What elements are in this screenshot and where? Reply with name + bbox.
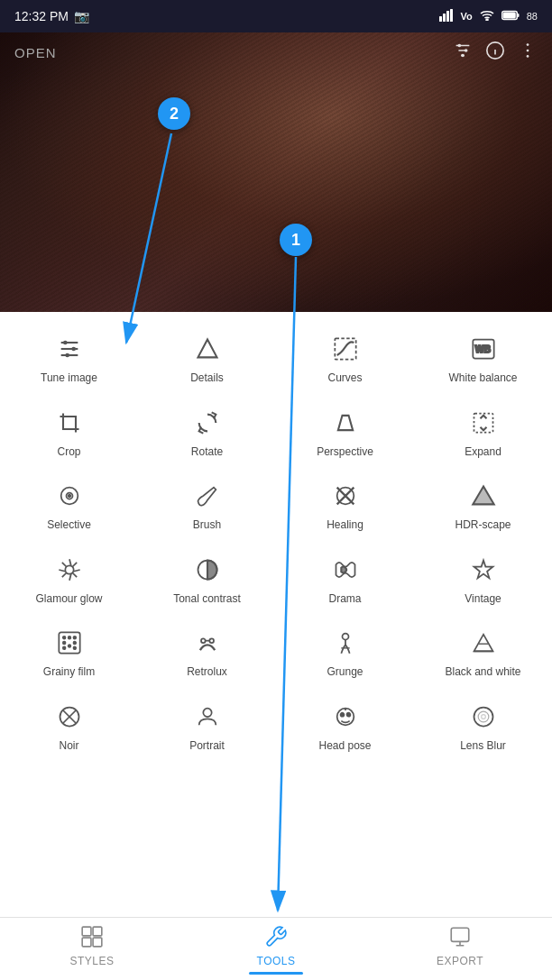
tool-black-and-white[interactable]: Black and white — [414, 615, 552, 689]
grainy-film-label: Grainy film — [43, 665, 95, 680]
status-bar-left: 12:32 PM 📷 — [14, 9, 89, 23]
tool-grainy-film[interactable]: Grainy film — [0, 615, 138, 689]
svg-text:WB: WB — [474, 343, 491, 354]
nav-styles[interactable]: STYLES — [0, 924, 184, 975]
svg-marker-40 — [474, 560, 492, 578]
tool-curves[interactable]: Curves — [276, 321, 414, 395]
photo-area: OPEN — [0, 32, 552, 312]
svg-point-35 — [68, 495, 69, 497]
tonal-contrast-label: Tonal contrast — [173, 592, 241, 607]
svg-point-15 — [527, 49, 529, 51]
tools-nav-underline — [249, 972, 303, 975]
tool-vintage[interactable]: Vintage — [414, 542, 552, 616]
details-icon — [192, 334, 223, 364]
noir-icon — [54, 701, 85, 732]
svg-point-47 — [73, 642, 75, 644]
drama-label: Drama — [328, 592, 361, 607]
svg-rect-68 — [82, 927, 91, 936]
retrolux-label: Retrolux — [187, 665, 227, 680]
export-nav-label: EXPORT — [437, 955, 483, 967]
tool-grunge[interactable]: Grunge — [276, 615, 414, 689]
info-icon[interactable] — [485, 41, 505, 65]
noir-label: Noir — [59, 739, 78, 754]
svg-point-8 — [458, 43, 462, 47]
svg-point-67 — [481, 715, 485, 719]
svg-point-38 — [65, 565, 73, 573]
battery-percent: 88 — [527, 11, 538, 22]
tool-healing[interactable]: Healing — [276, 468, 414, 542]
svg-point-42 — [63, 637, 65, 638]
glamour-icon — [54, 554, 85, 585]
expand-label: Expand — [465, 445, 501, 460]
filter-icon[interactable] — [453, 41, 473, 65]
status-bar: 12:32 PM 📷 Vo 88 — [0, 0, 552, 32]
tool-retrolux[interactable]: Retrolux — [138, 615, 276, 689]
battery-icon — [501, 10, 520, 23]
svg-rect-70 — [82, 938, 91, 947]
lens-blur-label: Lens Blur — [460, 739, 506, 754]
head-pose-label: Head pose — [318, 739, 371, 754]
nav-export[interactable]: EXPORT — [368, 924, 552, 975]
brush-label: Brush — [193, 518, 221, 533]
svg-rect-0 — [439, 16, 442, 22]
styles-nav-label: STYLES — [69, 955, 114, 967]
svg-point-10 — [461, 53, 465, 57]
tool-rotate[interactable]: Rotate — [138, 395, 276, 469]
tools-grid: Tune image Details Curves WB White balan… — [0, 312, 552, 772]
svg-point-65 — [474, 707, 492, 726]
perspective-icon — [330, 408, 361, 438]
tool-brush[interactable]: Brush — [138, 468, 276, 542]
svg-point-60 — [203, 709, 211, 717]
drama-icon — [330, 554, 361, 585]
curves-icon — [330, 334, 361, 364]
portrait-icon — [192, 701, 223, 732]
vintage-icon — [468, 554, 499, 585]
tool-head-pose[interactable]: Head pose — [276, 689, 414, 763]
tool-details[interactable]: Details — [138, 321, 276, 395]
svg-point-46 — [68, 646, 69, 647]
svg-point-4 — [486, 19, 488, 21]
selective-label: Selective — [47, 518, 91, 533]
svg-rect-2 — [446, 11, 449, 22]
tool-selective[interactable]: Selective — [0, 468, 138, 542]
svg-marker-37 — [473, 487, 493, 505]
tool-noir[interactable]: Noir — [0, 689, 138, 763]
healing-icon — [330, 481, 361, 511]
svg-point-24 — [63, 341, 68, 345]
tool-tune-image[interactable]: Tune image — [0, 321, 138, 395]
tool-lens-blur[interactable]: Lens Blur — [414, 689, 552, 763]
hdr-scape-label: HDR-scape — [455, 518, 511, 533]
lens-blur-icon — [468, 701, 499, 732]
tool-drama[interactable]: Drama — [276, 542, 414, 616]
svg-point-62 — [340, 713, 344, 717]
tool-crop[interactable]: Crop — [0, 395, 138, 469]
vintage-label: Vintage — [465, 592, 501, 607]
svg-point-9 — [465, 49, 468, 52]
healing-label: Healing — [327, 518, 363, 533]
tool-glamour-glow[interactable]: Glamour glow — [0, 542, 138, 616]
tool-perspective[interactable]: Perspective — [276, 395, 414, 469]
expand-icon — [468, 408, 499, 438]
tool-hdr-scape[interactable]: HDR-scape — [414, 468, 552, 542]
white-balance-label: White balance — [448, 371, 517, 386]
svg-point-50 — [201, 639, 206, 644]
svg-rect-6 — [517, 14, 519, 17]
nav-tools[interactable]: TOOLS — [184, 924, 368, 975]
tool-portrait[interactable]: Portrait — [138, 689, 276, 763]
svg-rect-41 — [59, 633, 79, 654]
more-vert-icon[interactable] — [518, 41, 538, 65]
svg-point-43 — [68, 637, 69, 638]
black-and-white-label: Black and white — [445, 665, 520, 680]
svg-point-66 — [478, 711, 489, 722]
tool-tonal-contrast[interactable]: Tonal contrast — [138, 542, 276, 616]
styles-nav-icon — [79, 924, 105, 949]
tool-expand[interactable]: Expand — [414, 395, 552, 469]
svg-marker-31 — [337, 415, 352, 429]
bottom-nav: STYLES TOOLS EXPORT — [0, 917, 552, 980]
tune-icon — [54, 334, 85, 364]
tool-white-balance[interactable]: WB White balance — [414, 321, 552, 395]
svg-point-14 — [527, 43, 529, 46]
svg-point-44 — [73, 637, 75, 638]
svg-rect-3 — [450, 9, 453, 22]
crop-icon — [54, 408, 85, 438]
